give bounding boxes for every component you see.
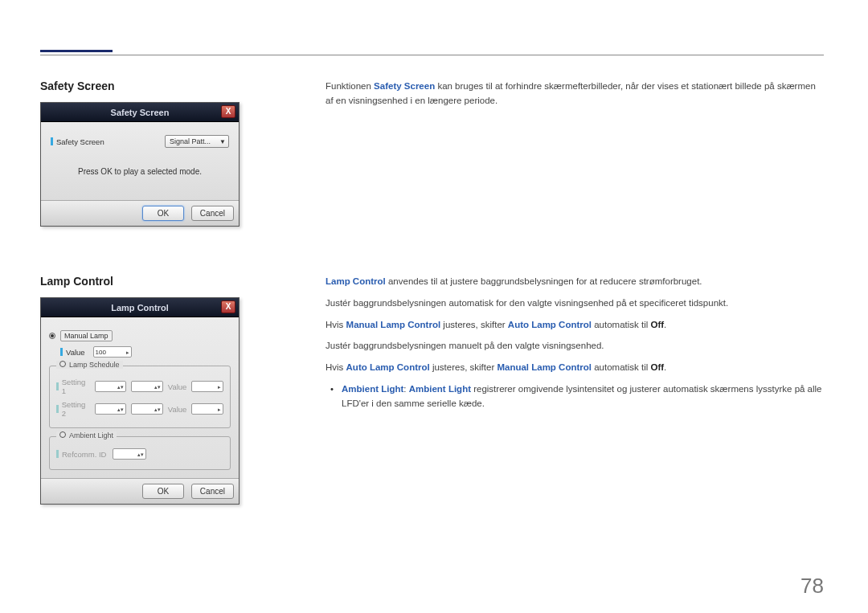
time-spinner[interactable]: ▴▾ [131, 403, 163, 415]
dialog-title: Lamp Control [111, 303, 169, 313]
cancel-button[interactable]: Cancel [191, 206, 234, 221]
indicator-bar-icon [56, 450, 59, 458]
time-spinner[interactable]: ▴▾ [95, 381, 127, 392]
dialog-title: Safety Screen [111, 108, 170, 117]
value-spinner[interactable]: ▸ [191, 403, 223, 415]
safety-screen-heading: Safety Screen [40, 80, 289, 92]
dialog-titlebar: Safety Screen X [41, 103, 239, 122]
value-label: Value [60, 348, 85, 357]
signal-pattern-combo[interactable]: Signal Patt... ▼ [165, 135, 229, 148]
safety-screen-description: Funktionen Safety Screen kan bruges til … [326, 80, 824, 108]
spinner-arrows-icon: ▸ [126, 350, 129, 354]
indicator-bar-icon [56, 382, 59, 390]
value-spinner[interactable]: ▸ [191, 381, 223, 392]
time-spinner[interactable]: ▴▾ [95, 403, 127, 415]
accent-bar [40, 50, 113, 52]
chevron-down-icon: ▼ [219, 138, 226, 145]
lamp-control-p5: Hvis Auto Lamp Control justeres, skifter… [326, 361, 824, 375]
lamp-control-p4: Justér baggrundsbelysningen manuelt på d… [326, 339, 824, 353]
header-rule [40, 40, 824, 55]
close-icon[interactable]: X [221, 300, 235, 313]
lamp-control-dialog: Lamp Control X Manual Lamp Value 100 ▸ L… [40, 297, 240, 505]
lamp-control-p3: Hvis Manual Lamp Control justeres, skift… [326, 318, 824, 333]
ambient-light-bullet: Ambient Light: Ambient Light registrerer… [342, 382, 824, 411]
time-spinner[interactable]: ▴▾ [131, 381, 163, 392]
manual-lamp-label: Manual Lamp [60, 330, 113, 341]
safety-screen-dialog: Safety Screen X Safety Screen Signal Pat… [40, 102, 240, 227]
safety-screen-row: Safety Screen Safety Screen X Safety Scr… [40, 80, 824, 227]
ok-button[interactable]: OK [142, 206, 184, 221]
lamp-control-p2: Justér baggrundsbelysningen automatisk f… [326, 296, 824, 311]
dialog-hint: Press OK to play a selected mode. [51, 167, 229, 176]
dialog-titlebar: Lamp Control X [41, 298, 239, 317]
refcomm-spinner[interactable]: ▴▾ [113, 448, 146, 460]
combo-value: Signal Patt... [170, 137, 211, 145]
lamp-schedule-group: Lamp Schedule Setting 1 ▴▾ ▴▾ Value ▸ Se… [49, 366, 231, 428]
indicator-bar-icon [60, 348, 63, 356]
close-icon[interactable]: X [221, 105, 235, 118]
lamp-control-heading: Lamp Control [40, 275, 289, 288]
manual-lamp-radio[interactable] [49, 333, 55, 339]
lamp-control-p1: Lamp Control anvendes til at justere bag… [326, 275, 824, 289]
ok-button[interactable]: OK [142, 484, 184, 499]
cancel-button[interactable]: Cancel [191, 484, 234, 499]
ambient-light-radio[interactable] [59, 431, 66, 438]
indicator-bar-icon [51, 137, 53, 145]
ambient-light-group: Ambient Light Refcomm. ID ▴▾ [49, 436, 231, 470]
page-number: 78 [800, 574, 824, 599]
lamp-control-row: Lamp Control Lamp Control X Manual Lamp … [40, 275, 824, 505]
value-spinner[interactable]: 100 ▸ [93, 346, 132, 358]
safety-screen-field-label: Safety Screen [51, 137, 104, 146]
indicator-bar-icon [56, 405, 59, 413]
lamp-schedule-radio[interactable] [59, 361, 66, 367]
